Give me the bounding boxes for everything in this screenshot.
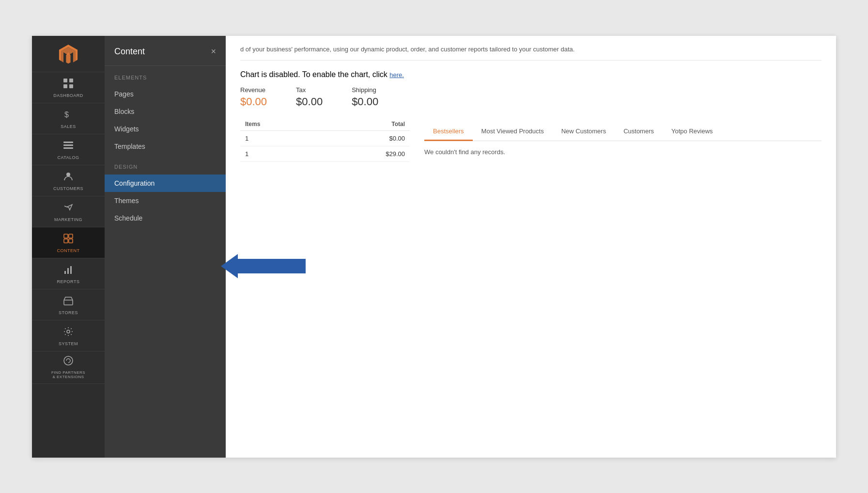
row1-items: 1 [240,130,319,146]
sales-icon: $ [63,109,74,122]
sidebar-item-catalog[interactable]: CATALOG [32,134,105,165]
sidebar-item-content[interactable]: CONTENT [32,227,105,258]
shipping-label: Shipping [352,86,378,94]
svg-rect-14 [67,268,69,274]
tab-customers[interactable]: Customers [615,123,663,141]
tabs-section: Bestsellers Most Viewed Products New Cus… [424,123,822,162]
sidebar-label-reports: REPORTS [57,279,80,284]
sidebar-item-system[interactable]: SYSTEM [32,320,105,351]
sidebar-label-customers: CUSTOMERS [53,186,83,191]
svg-rect-15 [70,266,72,274]
submenu-item-blocks[interactable]: Blocks [105,103,226,120]
svg-rect-1 [69,79,73,82]
submenu-title: Content [114,47,145,57]
content-area: d of your business' performance, using o… [226,36,836,458]
design-section-label: Design [105,155,226,175]
col-items: Items [240,118,319,131]
stores-icon [63,295,74,308]
sidebar-item-sales[interactable]: $ SALES [32,103,105,134]
svg-point-18 [64,356,73,365]
shipping-value: $0.00 [352,95,378,108]
elements-section-label: Elements [105,66,226,85]
tab-most-viewed[interactable]: Most Viewed Products [473,123,553,141]
arrow-body [238,259,306,273]
svg-rect-3 [69,84,73,88]
submenu-item-widgets[interactable]: Widgets [105,120,226,138]
tax-label: Tax [296,86,323,94]
sidebar-label-partners: FIND PARTNERS& EXTENSIONS [51,370,85,380]
submenu-item-configuration[interactable]: Configuration [105,175,226,192]
sidebar-item-dashboard[interactable]: DASHBOARD [32,72,105,103]
reports-icon [63,264,74,277]
sidebar-item-reports[interactable]: REPORTS [32,258,105,289]
dashboard-body: d of your business' performance, using o… [226,36,836,458]
revenue-label: Revenue [240,86,267,94]
tabs-bar: Bestsellers Most Viewed Products New Cus… [424,123,822,141]
sidebar-label-sales: SALES [61,124,76,129]
metric-shipping: Shipping $0.00 [352,86,378,108]
metric-revenue: Revenue $0.00 [240,86,267,108]
submenu-item-templates[interactable]: Templates [105,138,226,155]
table-row: 1 $0.00 [240,130,410,146]
revenue-value: $0.00 [240,95,267,108]
row1-total: $0.00 [319,130,410,146]
magento-logo-icon [58,45,78,65]
info-text: d of your business' performance, using o… [240,46,822,61]
submenu-item-schedule[interactable]: Schedule [105,209,226,227]
svg-rect-6 [63,144,73,146]
sidebar-label-dashboard: DASHBOARD [53,93,83,98]
submenu-item-themes[interactable]: Themes [105,192,226,209]
customers-icon [63,171,74,184]
tab-content-area: We couldn't find any records. [424,148,822,156]
chart-enable-link[interactable]: here. [389,71,404,79]
marketing-icon [63,202,74,215]
main-container: DASHBOARD $ SALES CATALOG CUSTOMERS MARK… [32,36,836,458]
dashboard-icon [63,78,74,91]
sidebar: DASHBOARD $ SALES CATALOG CUSTOMERS MARK… [32,36,105,458]
system-icon [63,326,74,339]
col-total: Total [319,118,410,131]
sidebar-label-marketing: MARKETING [54,217,82,222]
tab-yotpo[interactable]: Yotpo Reviews [663,123,722,141]
sidebar-label-stores: STORES [59,310,78,315]
svg-text:$: $ [64,111,69,119]
close-button[interactable]: × [211,47,216,56]
svg-point-8 [66,173,70,176]
sidebar-item-stores[interactable]: STORES [32,289,105,320]
chart-disabled-message: Chart is disabled. To enable the chart, … [240,70,822,79]
svg-rect-16 [64,300,73,305]
sidebar-label-content: CONTENT [57,248,80,253]
orders-table: Items Total 1 $0.00 1 $29.00 [240,118,410,162]
tax-value: $0.00 [296,95,323,108]
submenu-panel: Content × Elements Pages Blocks Widgets … [105,36,226,458]
svg-rect-5 [63,142,73,143]
sidebar-label-system: SYSTEM [59,341,78,346]
svg-rect-11 [64,239,68,243]
arrow-annotation [221,254,306,278]
sidebar-item-customers[interactable]: CUSTOMERS [32,165,105,196]
table-row: 1 $29.00 [240,146,410,161]
svg-rect-2 [63,84,67,88]
metrics-row: Revenue $0.00 Tax $0.00 Shipping $0.00 [240,86,822,108]
metric-tax: Tax $0.00 [296,86,323,108]
row2-total: $29.00 [319,146,410,161]
row2-items: 1 [240,146,319,161]
tab-bestsellers[interactable]: Bestsellers [424,123,473,141]
submenu-item-pages[interactable]: Pages [105,85,226,103]
sidebar-label-catalog: CATALOG [57,155,79,160]
catalog-icon [63,140,74,153]
no-records-text: We couldn't find any records. [424,148,505,156]
svg-rect-13 [64,271,66,274]
arrow-head [221,254,238,278]
svg-rect-12 [69,239,73,243]
svg-point-17 [67,330,70,333]
svg-rect-7 [63,147,73,149]
logo-container [32,36,105,72]
sidebar-item-marketing[interactable]: MARKETING [32,196,105,227]
content-icon [63,233,74,246]
lower-section: Items Total 1 $0.00 1 $29.00 [240,118,822,162]
sidebar-item-partners[interactable]: FIND PARTNERS& EXTENSIONS [32,351,105,384]
tab-new-customers[interactable]: New Customers [553,123,615,141]
partners-icon [63,355,74,368]
svg-rect-10 [69,234,73,238]
